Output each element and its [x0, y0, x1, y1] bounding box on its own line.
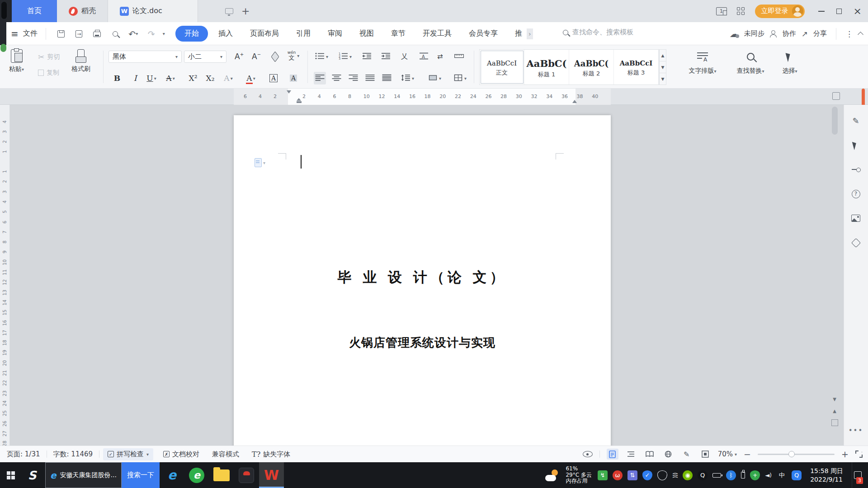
volume-icon[interactable]: ◄) — [765, 472, 772, 479]
increase-font-button[interactable]: A+ — [231, 50, 247, 63]
zoom-in-button[interactable]: + — [841, 449, 849, 459]
qq-icon[interactable]: Q — [698, 470, 708, 480]
zoom-out-button[interactable]: − — [744, 449, 751, 459]
fullscreen-icon[interactable] — [855, 450, 863, 458]
apps-grid-icon[interactable] — [737, 7, 745, 15]
dropdown-icon[interactable]: ▾ — [439, 76, 441, 81]
text-direction-button[interactable]: ⇄ — [436, 50, 444, 63]
cat-app-icon[interactable]: ω — [613, 470, 623, 480]
scroll-down-icon[interactable]: ▼ — [830, 394, 839, 404]
paste-button[interactable]: 粘贴▾ — [9, 49, 24, 73]
dropdown-icon[interactable]: ▾ — [154, 76, 156, 81]
page-indicator[interactable]: 页面: 1/31 — [7, 450, 47, 459]
highlight-color-button[interactable]: A▾ — [222, 71, 235, 85]
horizontal-ruler[interactable]: 642246810121416182022242628303234363840 — [0, 89, 868, 105]
taskbar-explorer[interactable] — [209, 462, 234, 488]
shape-tool-icon[interactable] — [850, 237, 862, 249]
zoom-slider[interactable] — [758, 454, 835, 455]
select-browse-object-icon[interactable] — [831, 419, 838, 426]
edit-pen-icon[interactable]: ✎ — [850, 115, 862, 127]
ribbon-tab-review[interactable]: 审阅 — [321, 26, 349, 41]
window-count-icon[interactable]: 1 — [716, 7, 727, 15]
weather-memory-widget[interactable]: 61% 29°C 多云 内存占用 — [566, 466, 591, 484]
word-count[interactable]: 字数: 11469 — [47, 450, 99, 459]
help-icon[interactable]: ? — [850, 188, 862, 200]
borders-button[interactable]: ▾ — [452, 72, 468, 84]
dropdown-icon[interactable]: ▾ — [231, 76, 233, 81]
decrease-indent-button[interactable] — [361, 50, 373, 63]
bullet-list-button[interactable]: ▾ — [314, 50, 330, 63]
distribute-button[interactable] — [381, 72, 393, 84]
collapse-ribbon-icon[interactable] — [858, 32, 863, 38]
bold-button[interactable]: B — [110, 71, 124, 85]
ribbon-tab-view[interactable]: 视图 — [353, 26, 381, 41]
font-name-select[interactable]: 黑体▾ — [108, 51, 182, 63]
notification-center[interactable]: 3 — [852, 462, 863, 488]
outline-view-icon[interactable] — [625, 449, 637, 460]
format-painter-button[interactable]: 格式刷 — [71, 49, 90, 73]
wifi-icon[interactable]: ((( — [672, 472, 679, 478]
dropdown-icon[interactable]: ▾ — [349, 54, 352, 59]
italic-button[interactable]: I — [128, 71, 142, 85]
login-button[interactable]: 立即登录 — [755, 5, 805, 18]
charging-icon[interactable]: ↯ — [598, 470, 608, 480]
dropdown-icon[interactable]: ▾ — [253, 76, 255, 81]
ribbon-tab-home[interactable]: 开始 — [175, 26, 208, 42]
dropdown-icon[interactable]: ▾ — [464, 76, 467, 81]
ribbon-tab-member[interactable]: 会员专享 — [462, 26, 505, 41]
style-item-标题1[interactable]: AaBbC(标题 1 — [524, 50, 569, 84]
minimize-button[interactable] — [818, 11, 825, 12]
start-button[interactable] — [0, 462, 22, 488]
document-title[interactable]: 毕 业 设 计（论 文） — [234, 268, 611, 287]
find-replace-button[interactable]: 查找替换▾ — [729, 50, 772, 75]
char-border-button[interactable]: A — [267, 71, 280, 85]
number-list-button[interactable]: 123▾ — [337, 50, 353, 63]
window-manage-icon[interactable] — [225, 8, 233, 14]
subscript-button[interactable]: X₂ — [203, 71, 217, 85]
qq-browser-icon[interactable]: Q — [792, 470, 802, 480]
dropdown-icon[interactable]: ▾ — [326, 54, 328, 59]
ribbon-tab-recommend[interactable]: 推 — [508, 26, 523, 41]
security-shield-icon[interactable]: + — [750, 470, 760, 480]
ribbon-tab-insert[interactable]: 插入 — [212, 26, 240, 41]
more-commands-button[interactable]: ▾ — [163, 31, 165, 36]
first-line-indent-marker[interactable] — [287, 90, 291, 94]
undo-button[interactable]: ↶▾ — [127, 27, 140, 41]
news-search-widget[interactable]: e 安徽天康集团股份... — [45, 462, 122, 488]
scroll-indicator[interactable] — [862, 89, 865, 107]
tab-stop-button[interactable] — [453, 50, 465, 63]
dropdown-icon[interactable]: ▾ — [173, 76, 175, 81]
sync-status[interactable]: 未同步 — [744, 29, 764, 38]
taskbar-browser[interactable]: e — [184, 462, 209, 488]
fit-page-icon[interactable] — [699, 449, 711, 460]
compatibility-mode[interactable]: 兼容模式 — [206, 450, 245, 459]
align-center-button[interactable] — [330, 72, 343, 84]
shield-check-icon[interactable]: ✓ — [642, 470, 652, 480]
vertical-ruler[interactable]: 4321123456789101112131415161718192021222… — [0, 105, 10, 446]
paste-options-floatie[interactable]: ▾ — [255, 158, 265, 167]
font-color-button[interactable]: A▾ — [244, 71, 258, 85]
print-preview-button[interactable] — [108, 27, 122, 41]
line-spacing-button[interactable]: ▾ — [400, 72, 415, 84]
copy-button[interactable]: 复制 — [38, 69, 59, 77]
strikethrough-button[interactable]: A▾ — [164, 71, 177, 85]
ribbon-tabs-overflow-icon[interactable]: › — [527, 28, 533, 39]
file-menu[interactable]: 文件 — [23, 29, 38, 38]
power-icon[interactable] — [712, 473, 721, 478]
vertical-scrollbar-thumb[interactable] — [832, 107, 838, 135]
style-scroll-down[interactable]: ▼ — [659, 61, 666, 73]
missing-font-warning[interactable]: T? 缺失字体 — [245, 450, 297, 459]
tab-document[interactable]: W论文.doc — [108, 0, 198, 22]
write-view-icon[interactable]: ✎ — [681, 449, 693, 460]
underline-button[interactable]: U▾ — [145, 71, 158, 85]
command-search[interactable]: 查找命令、搜索模板 — [563, 28, 633, 37]
redo-button[interactable]: ↷ — [145, 27, 158, 41]
ribbon-tab-dev-tools[interactable]: 开发工具 — [416, 26, 458, 41]
select-button[interactable]: 选择▾ — [774, 50, 806, 75]
align-left-button[interactable] — [314, 72, 326, 84]
superscript-button[interactable]: X² — [186, 71, 200, 85]
more-options-icon[interactable]: ⋮ — [845, 29, 853, 38]
sogou-icon[interactable]: S — [22, 462, 42, 488]
scroll-up-icon[interactable]: ▲ — [830, 406, 839, 416]
document-proof-toggle[interactable]: ✗ 文档校对 — [157, 450, 206, 459]
